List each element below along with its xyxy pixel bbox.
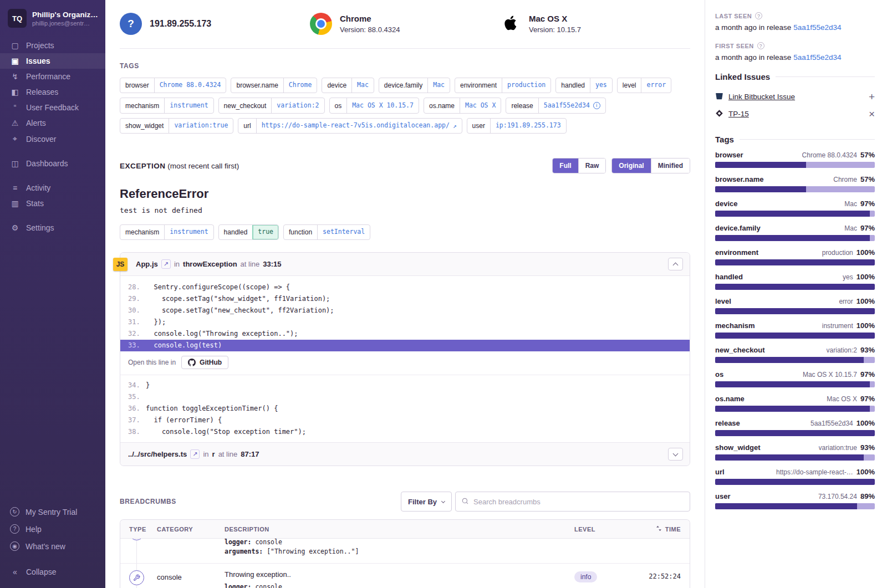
sidebar-item-settings[interactable]: ⚙Settings [0, 220, 105, 236]
tag-dist-value: variation:2 [827, 346, 857, 354]
breadcrumbs-columns: TYPE CATEGORY DESCRIPTION LEVEL TIME [120, 520, 690, 539]
tag-value[interactable]: ip:191.89.255.173 [490, 119, 566, 133]
sidebar-item-activity[interactable]: ≡Activity [0, 180, 105, 196]
tag-dist-percent: 100% [857, 419, 875, 427]
next-frame-row[interactable]: ../../src/helpers.ts ↗ in r at line 87:1… [120, 442, 690, 466]
tag-value[interactable]: production [502, 78, 550, 93]
tag-value[interactable]: instrument [164, 98, 213, 113]
sidebar-item-alerts[interactable]: ⚠Alerts [0, 115, 105, 131]
tag-value-text: setInterval [323, 229, 365, 236]
tag-dist-bar[interactable] [715, 211, 875, 217]
expand-frame-button[interactable] [668, 448, 683, 461]
tag-value[interactable]: Mac OS X [460, 98, 501, 113]
tag-dist-bar[interactable] [715, 284, 875, 290]
external-link-icon[interactable]: ↗ [161, 259, 171, 269]
org-switcher[interactable]: TQ Phillip's Organiz… phillip.jones@sent… [0, 0, 105, 38]
remove-linked-issue-button[interactable]: × [869, 109, 875, 119]
tag-value[interactable]: Mac [427, 78, 450, 93]
sidebar-item-user-feedback[interactable]: “User Feedback [0, 100, 105, 115]
tag-value[interactable]: Chrome 88.0.4324 [154, 78, 226, 93]
sidebar-footer-nav: ↻My Sentry Trial?Help◉What's new«Collaps… [0, 503, 105, 588]
tag-dist-bar[interactable] [715, 479, 875, 485]
tag-pill: mechanisminstrument [120, 224, 214, 240]
code-line[interactable]: 33. console.log(test) [120, 340, 690, 351]
tag-value[interactable]: error [641, 78, 671, 93]
code-text: }); [146, 316, 166, 328]
sidebar-item-stats[interactable]: ▥Stats [0, 196, 105, 211]
tag-value[interactable]: setInterval [317, 225, 370, 239]
tag-dist-bar[interactable] [715, 235, 875, 241]
tag-key: mechanism [120, 98, 164, 113]
tag-pill: release5aa1f55e2d34i [506, 98, 605, 114]
col-time[interactable]: TIME [625, 525, 681, 533]
info-icon[interactable]: i [593, 102, 600, 109]
tag-dist-bar[interactable] [715, 186, 875, 192]
exception-title-sub: (most recent call first) [167, 162, 239, 170]
tag-value[interactable]: 5aa1f55e2d34i [538, 98, 605, 113]
tag-value[interactable]: instrument [164, 225, 213, 239]
code-line: 28. Sentry.configureScope((scope) => { [120, 282, 690, 293]
tag-value[interactable]: variation:true [169, 119, 233, 133]
error-message: test is not defined [120, 206, 690, 214]
code-line: 34.} [120, 380, 690, 391]
tag-dist-bar[interactable] [715, 357, 875, 363]
sidebar-item-projects[interactable]: ▢Projects [0, 38, 105, 53]
sidebar-item-dashboards[interactable]: ◫Dashboards [0, 156, 105, 171]
sidebar-item-issues[interactable]: ▣Issues [0, 53, 105, 69]
line-number: 38. [128, 426, 146, 438]
first-seen-release-link[interactable]: 5aa1f55e2d34 [793, 53, 841, 62]
tag-value[interactable]: Chrome [283, 78, 317, 93]
search-breadcrumbs-input[interactable] [473, 498, 684, 506]
tag-distribution-head: browserChrome 88.0.432457% [715, 151, 875, 159]
question-info-icon[interactable]: ? [757, 42, 764, 49]
tag-distribution: show_widgetvariation:true93% [715, 443, 875, 461]
tag-value[interactable]: true [252, 225, 278, 239]
tag-dist-bar[interactable] [715, 381, 875, 387]
tag-dist-bar[interactable] [715, 430, 875, 436]
tag-dist-bar[interactable] [715, 333, 875, 339]
tag-dist-bar[interactable] [715, 162, 875, 168]
sidebar-item-help[interactable]: ?Help [0, 520, 105, 538]
raw-button[interactable]: Raw [578, 158, 606, 173]
tag-value[interactable]: Mac [351, 78, 374, 93]
tag-dist-key: browser [715, 151, 743, 159]
tag-value[interactable]: variation:2 [271, 98, 324, 113]
tag-value[interactable]: Mac OS X 10.15.7 [346, 98, 419, 113]
tag-dist-bar[interactable] [715, 259, 875, 265]
full-button[interactable]: Full [553, 158, 578, 173]
tag-value-text: Mac OS X 10.15.7 [352, 103, 414, 109]
tag-dist-bar[interactable] [715, 308, 875, 314]
sidebar-item-my-sentry-trial[interactable]: ↻My Sentry Trial [0, 503, 105, 520]
tag-value[interactable]: yes [590, 78, 612, 93]
tag-distribution-head: new_checkoutvariation:293% [715, 346, 875, 354]
filter-by-dropdown[interactable]: Filter By [401, 492, 452, 512]
sidebar-item-collapse[interactable]: «Collapse [0, 564, 105, 580]
breadcrumbs-rows: consoleThrowing exception..logger: conso… [120, 539, 690, 588]
tag-dist-bar[interactable] [715, 503, 875, 509]
frame-header[interactable]: App.js ↗ in throwException at line 33:15 [120, 253, 690, 276]
external-link-icon[interactable]: ↗ [190, 449, 200, 459]
last-seen-release-link[interactable]: 5aa1f55e2d34 [793, 23, 841, 32]
collapse-frame-button[interactable] [668, 258, 683, 270]
tag-dist-bar[interactable] [715, 406, 875, 412]
sidebar-item-what-s-new[interactable]: ◉What's new [0, 538, 105, 555]
tag-value[interactable]: https://do-sample-react-7v5is.ondigitalo… [256, 119, 462, 133]
frame-file: App.js [136, 260, 158, 268]
external-link-icon[interactable]: ↗ [453, 123, 457, 129]
sidebar-item-performance[interactable]: ↯Performance [0, 69, 105, 84]
line-number: 29. [128, 293, 146, 305]
question-info-icon[interactable]: ? [755, 12, 762, 19]
tag-pill: handledyes [555, 78, 613, 93]
link-bitbucket-issue[interactable]: Link Bitbucket Issue [728, 93, 795, 101]
github-icon [188, 359, 196, 366]
add-linked-issue-button[interactable]: + [869, 91, 875, 102]
sidebar-item-discover[interactable]: ⌖Discover [0, 131, 105, 147]
linked-issue-key[interactable]: TP-15 [728, 110, 749, 118]
tag-dist-right: 5aa1f55e2d34100% [810, 419, 875, 427]
sidebar-item-releases[interactable]: ◧Releases [0, 84, 105, 100]
minified-button[interactable]: Minified [651, 158, 690, 173]
github-button[interactable]: GitHub [181, 356, 228, 369]
breadcrumbs-search[interactable] [455, 492, 690, 512]
original-button[interactable]: Original [612, 158, 650, 173]
tag-dist-bar[interactable] [715, 454, 875, 461]
